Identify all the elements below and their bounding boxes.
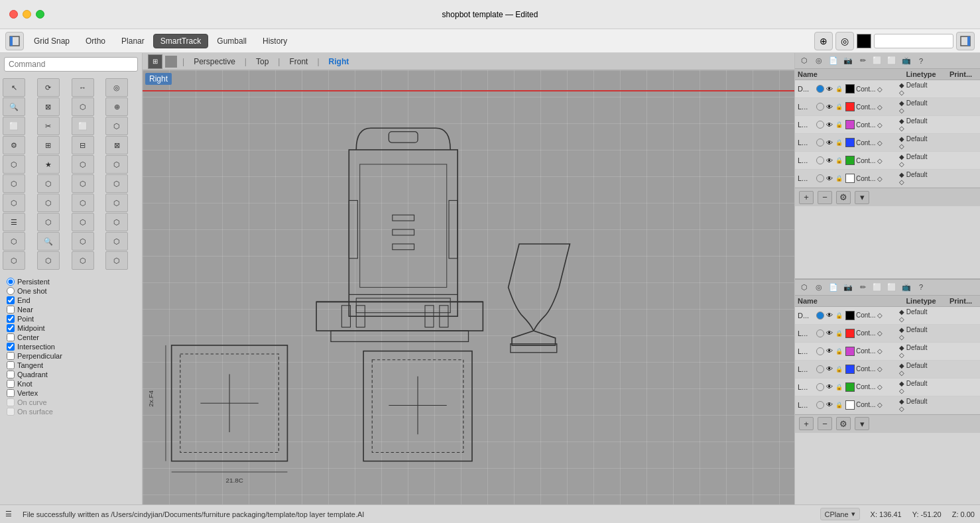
toolbar-btn-ortho[interactable]: Ortho xyxy=(78,34,113,48)
layer-active-dot[interactable] xyxy=(816,103,824,111)
layer-vis-icon[interactable]: 👁 xyxy=(826,401,833,409)
layer-lock-icon[interactable]: 🔒 xyxy=(835,174,843,182)
viewport-grid-icon[interactable]: ⊞ xyxy=(148,54,162,69)
tool-btn-18[interactable]: ⬡ xyxy=(72,155,94,174)
viewport-frame-icon[interactable] xyxy=(165,56,177,68)
layer-lock-icon[interactable]: 🔒 xyxy=(835,156,843,164)
layer-icon-1[interactable]: ⬡ xyxy=(798,55,811,67)
maximize-button[interactable] xyxy=(36,10,44,19)
layer-color-swatch[interactable] xyxy=(845,138,855,147)
tool-btn-14[interactable]: ⊟ xyxy=(72,136,94,154)
snap-check-perpendicular[interactable]: Perpendicular xyxy=(7,352,135,360)
layer-icon-6[interactable]: ⬜ xyxy=(871,55,884,67)
layer-row[interactable]: L... 👁 🔒 Cont... ◇ ◆ Default ◇ xyxy=(795,170,980,188)
layer-active-dot[interactable] xyxy=(816,139,824,146)
tool-btn-16[interactable]: ⬡ xyxy=(3,155,25,174)
layer-vis-icon[interactable]: 👁 xyxy=(826,121,833,129)
layer-active-dot[interactable] xyxy=(816,329,824,337)
blayer-arrow-button[interactable]: ▾ xyxy=(855,417,869,430)
tool-btn-10[interactable]: ⬜ xyxy=(72,117,94,135)
layer-vis-icon[interactable]: 👁 xyxy=(826,347,833,355)
layer-vis-icon[interactable]: 👁 xyxy=(826,139,833,146)
tool-btn-5[interactable]: ⊠ xyxy=(37,97,60,116)
layer-lock-icon[interactable]: 🔒 xyxy=(835,139,843,146)
layer-color-swatch[interactable] xyxy=(845,400,855,410)
tool-btn-39[interactable]: ⬡ xyxy=(105,251,128,270)
layer-dropdown[interactable]: Default xyxy=(874,34,953,48)
tool-btn-23[interactable]: ⬡ xyxy=(105,174,128,193)
bremove-layer-button[interactable]: − xyxy=(818,417,832,430)
snap-radio-persistent[interactable]: Persistent xyxy=(7,278,135,286)
tool-btn-34[interactable]: ⬡ xyxy=(72,232,94,251)
snap-check-near[interactable]: Near xyxy=(7,306,135,314)
layer-lock-icon[interactable]: 🔒 xyxy=(835,329,843,337)
blayer-icon-7[interactable]: ⬜ xyxy=(885,281,898,293)
layer-row[interactable]: L... 👁 🔒 Cont... ◇ ◆ Default ◇ xyxy=(795,152,980,170)
tool-btn-7[interactable]: ⊕ xyxy=(105,97,128,116)
tool-btn-35[interactable]: ⬡ xyxy=(105,232,128,251)
tool-btn-0[interactable]: ↖ xyxy=(3,78,25,97)
layer-lock-icon[interactable]: 🔒 xyxy=(835,312,843,320)
layer-lock-icon[interactable]: 🔒 xyxy=(835,85,843,93)
tool-btn-24[interactable]: ⬡ xyxy=(3,194,25,212)
snap-check-quadrant[interactable]: Quadrant xyxy=(7,371,135,378)
layer-active-dot[interactable] xyxy=(816,156,824,164)
layer-row[interactable]: L... 👁 🔒 Cont... ◇ ◆ Default ◇ xyxy=(795,343,980,361)
tool-btn-26[interactable]: ⬡ xyxy=(72,194,94,212)
tab-front[interactable]: Front xyxy=(285,56,312,68)
snap-check-end[interactable]: End xyxy=(7,296,135,304)
layer-icon-8[interactable]: 📺 xyxy=(900,55,913,67)
layer-vis-icon[interactable]: 👁 xyxy=(826,365,833,373)
layer-active-dot[interactable] xyxy=(816,174,824,182)
layer-vis-icon[interactable]: 👁 xyxy=(826,156,833,164)
layer-row[interactable]: L... 👁 🔒 Cont... ◇ ◆ Default ◇ xyxy=(795,116,980,134)
tool-btn-38[interactable]: ⬡ xyxy=(72,251,94,270)
layer-icon-4[interactable]: 📷 xyxy=(841,55,855,67)
tool-btn-8[interactable]: ⬜ xyxy=(3,117,25,135)
viewport-canvas[interactable]: Right xyxy=(143,70,794,504)
blayer-icon-3[interactable]: 📄 xyxy=(827,281,840,293)
tool-btn-19[interactable]: ⬡ xyxy=(105,155,128,174)
tool-btn-2[interactable]: ↔ xyxy=(72,78,94,97)
blayer-settings-button[interactable]: ⚙ xyxy=(836,417,851,430)
toolbar-btn-history[interactable]: History xyxy=(255,34,294,48)
tool-btn-1[interactable]: ⟳ xyxy=(37,78,60,97)
tool-btn-15[interactable]: ⊠ xyxy=(105,136,128,154)
layer-settings-button[interactable]: ⚙ xyxy=(836,191,851,204)
remove-layer-button[interactable]: − xyxy=(818,191,832,204)
layer-vis-icon[interactable]: 👁 xyxy=(826,103,833,111)
sidebar-toggle-right[interactable] xyxy=(956,32,975,50)
zoom-in-button[interactable]: ⊕ xyxy=(814,32,833,50)
layer-row[interactable]: L... 👁 🔒 Cont... ◇ ◆ Default ◇ xyxy=(795,396,980,414)
snap-check-intersection[interactable]: Intersection xyxy=(7,343,135,351)
toolbar-btn-grid-snap[interactable]: Grid Snap xyxy=(27,34,77,48)
blayer-icon-8[interactable]: 📺 xyxy=(900,281,913,293)
layer-vis-icon[interactable]: 👁 xyxy=(826,383,833,391)
layer-vis-icon[interactable]: 👁 xyxy=(826,312,833,320)
badd-layer-button[interactable]: + xyxy=(799,417,814,430)
tool-btn-27[interactable]: ⬡ xyxy=(105,194,128,212)
blayer-icon-4[interactable]: 📷 xyxy=(841,281,855,293)
layer-icon-5[interactable]: ✏ xyxy=(856,55,869,67)
tool-btn-12[interactable]: ⚙ xyxy=(3,136,25,154)
layer-color-swatch[interactable] xyxy=(845,311,855,320)
layer-active-dot[interactable] xyxy=(816,383,824,391)
tool-btn-31[interactable]: ⬡ xyxy=(105,213,128,231)
tab-right[interactable]: Right xyxy=(325,56,353,68)
layer-arrow-button[interactable]: ▾ xyxy=(855,191,869,204)
layer-color-swatch[interactable] xyxy=(845,382,855,392)
layer-icon-7[interactable]: ⬜ xyxy=(885,55,898,67)
tool-btn-11[interactable]: ⬡ xyxy=(105,117,128,135)
tool-btn-6[interactable]: ⬡ xyxy=(72,97,94,116)
layer-color-swatch[interactable] xyxy=(845,329,855,338)
layer-row[interactable]: D... 👁 🔒 Cont... ◇ ◆ Default ◇ xyxy=(795,80,980,98)
tool-btn-32[interactable]: ⬡ xyxy=(3,232,25,251)
add-layer-button[interactable]: + xyxy=(799,191,814,204)
blayer-icon-9[interactable]: ? xyxy=(914,281,928,293)
tool-btn-36[interactable]: ⬡ xyxy=(3,251,25,270)
layer-color-swatch[interactable] xyxy=(845,347,855,356)
layer-lock-icon[interactable]: 🔒 xyxy=(835,103,843,111)
tool-btn-28[interactable]: ☰ xyxy=(3,213,25,231)
zoom-fit-button[interactable]: ◎ xyxy=(835,32,854,50)
layer-color-swatch[interactable] xyxy=(845,156,855,165)
